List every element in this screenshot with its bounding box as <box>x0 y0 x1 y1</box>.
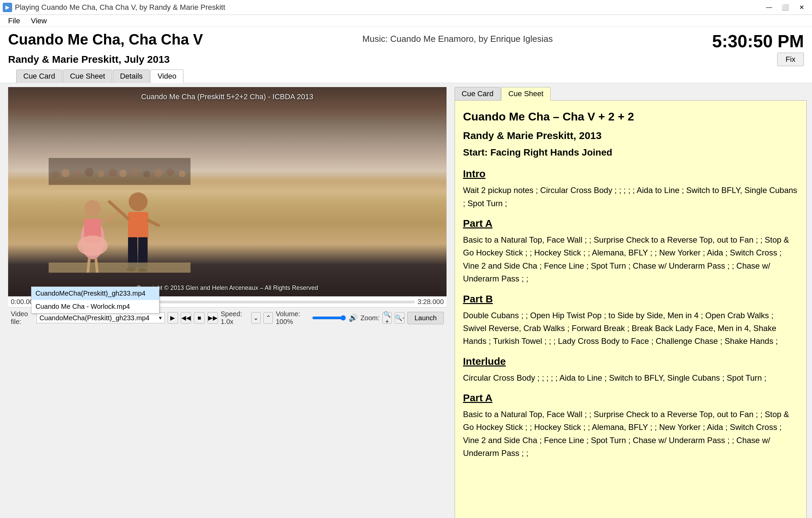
video-title-overlay: Cuando Me Cha (Preskitt 5+2+2 Cha) - ICB… <box>141 92 313 101</box>
right-panel: Cue Card Cue Sheet Cuando Me Cha – Cha V… <box>452 83 812 518</box>
speed-down-button[interactable]: ⌄ <box>251 312 261 324</box>
right-tab-cue-card[interactable]: Cue Card <box>455 87 501 100</box>
main-content: Cuando Me Cha (Preskitt 5+2+2 Cha) - ICB… <box>0 83 812 518</box>
svg-point-1 <box>52 171 59 178</box>
play-button[interactable]: ▶ <box>168 312 178 324</box>
cue-section-intro-title: Intro <box>463 166 798 182</box>
svg-point-15 <box>77 236 108 256</box>
window-controls: — ⬜ ✕ <box>761 2 809 13</box>
svg-point-12 <box>179 170 185 177</box>
menu-bar: File View <box>0 15 812 27</box>
cue-section-parta-title: Part A <box>463 215 798 231</box>
video-file-dropdown: CuandoMeCha(Preskitt)_gh233.mp4 Cuando M… <box>31 287 159 313</box>
tab-details[interactable]: Details <box>113 70 150 83</box>
cue-choreographer: Randy & Marie Preskitt, 2013 <box>463 128 798 144</box>
zoom-label: Zoom: <box>360 314 380 322</box>
music-info: Music: Cuando Me Enamoro, by Enrique Igl… <box>362 34 553 44</box>
dancer-scene <box>49 158 191 273</box>
cue-section-intro-moves: Wait 2 pickup notes ; Circular Cross Bod… <box>463 184 798 210</box>
tab-bar: Cue Card Cue Sheet Details Video <box>8 67 804 83</box>
cue-title: Cuando Me Cha – Cha V + 2 + 2 <box>463 107 798 126</box>
title-bar: ▶ Playing Cuando Me Cha, Cha Cha V, by R… <box>0 0 812 15</box>
zoom-out-button[interactable]: 🔍- <box>395 312 405 324</box>
volume-icon[interactable]: 🔊 <box>349 313 358 322</box>
svg-point-5 <box>98 170 104 177</box>
stop-button[interactable]: ■ <box>194 312 204 324</box>
dance-title: Cuando Me Cha, Cha Cha V <box>8 31 203 48</box>
svg-point-6 <box>109 169 117 177</box>
time-display: 5:30:50 PM <box>712 31 804 51</box>
video-container[interactable]: Cuando Me Cha (Preskitt 5+2+2 Cha) - ICB… <box>8 87 447 296</box>
tab-cue-card[interactable]: Cue Card <box>16 70 62 83</box>
dropdown-item-0[interactable]: CuandoMeCha(Preskitt)_gh233.mp4 <box>31 287 159 300</box>
svg-rect-30 <box>49 263 191 273</box>
tab-video[interactable]: Video <box>150 70 183 83</box>
svg-point-25 <box>129 192 148 211</box>
maximize-button[interactable]: ⬜ <box>778 2 793 13</box>
volume-slider[interactable] <box>312 317 346 319</box>
menu-view[interactable]: View <box>25 15 52 27</box>
svg-point-4 <box>85 168 94 176</box>
app-header: Cuando Me Cha, Cha Cha V Music: Cuando M… <box>0 27 812 83</box>
fix-button[interactable]: Fix <box>777 53 804 66</box>
svg-point-11 <box>167 168 174 176</box>
cue-section-parta-moves: Basic to a Natural Top, Face Wall ; ; Su… <box>463 234 798 285</box>
svg-point-9 <box>143 171 150 178</box>
dropdown-item-1[interactable]: Cuando Me Cha - Worlock.mp4 <box>31 300 159 313</box>
cue-start: Start: Facing Right Hands Joined <box>463 145 798 160</box>
speed-up-button[interactable]: ⌃ <box>263 312 273 324</box>
cue-section-partb-moves: Double Cubans ; ; Open Hip Twist Pop ; t… <box>463 309 798 348</box>
app-icon: ▶ <box>3 3 12 12</box>
speed-label: Speed: 1.0x <box>221 310 249 326</box>
svg-point-2 <box>61 169 70 177</box>
launch-button[interactable]: Launch <box>407 312 444 324</box>
svg-rect-22 <box>128 212 148 239</box>
right-tab-bar: Cue Card Cue Sheet <box>455 83 807 100</box>
dance-floor: Cuando Me Cha (Preskitt 5+2+2 Cha) - ICB… <box>8 87 447 296</box>
choreographer: Randy & Marie Preskitt, July 2013 <box>8 54 170 65</box>
zoom-in-button[interactable]: 🔍+ <box>382 312 392 324</box>
minimize-button[interactable]: — <box>761 2 777 13</box>
cue-section-parta2-moves: Basic to a Natural Top, Face Wall ; ; Su… <box>463 408 798 460</box>
cue-section-interlude-moves: Circular Cross Body ; ; ; ; ; Aida to Li… <box>463 372 798 384</box>
svg-point-8 <box>130 168 139 177</box>
video-copyright: Copyright © 2013 Glen and Helen Arceneau… <box>136 284 318 292</box>
svg-point-16 <box>84 200 101 217</box>
svg-point-10 <box>154 169 162 177</box>
cue-sheet-content: Cuando Me Cha – Cha V + 2 + 2 Randy & Ma… <box>455 100 807 518</box>
cue-section-partb-title: Part B <box>463 291 798 307</box>
right-tab-cue-sheet[interactable]: Cue Sheet <box>501 87 551 101</box>
video-file-select[interactable]: CuandoMeCha(Preskitt)_gh233.mp4 Cuando M… <box>36 312 165 323</box>
svg-line-17 <box>101 212 120 224</box>
svg-point-7 <box>119 170 127 177</box>
cue-section-interlude-title: Interlude <box>463 353 798 370</box>
time-right: 3:28.000 <box>417 298 444 306</box>
volume-label: Volume: 100% <box>276 310 309 326</box>
svg-point-3 <box>74 170 81 178</box>
rewind-button[interactable]: ◀◀ <box>181 312 191 324</box>
tab-cue-sheet[interactable]: Cue Sheet <box>63 70 112 83</box>
window-title: Playing Cuando Me Cha, Cha Cha V, by Ran… <box>15 3 761 12</box>
close-button[interactable]: ✕ <box>794 2 809 13</box>
cue-section-parta2-title: Part A <box>463 390 798 406</box>
fastforward-button[interactable]: ▶▶ <box>207 312 218 324</box>
svg-line-27 <box>148 220 158 225</box>
controls-bar: Video file: CuandoMeCha(Preskitt)_gh233.… <box>8 307 447 328</box>
left-panel: Cuando Me Cha (Preskitt 5+2+2 Cha) - ICB… <box>0 83 452 518</box>
video-file-selector-wrapper: CuandoMeCha(Preskitt)_gh233.mp4 Cuando M… <box>36 312 165 323</box>
menu-file[interactable]: File <box>3 15 25 27</box>
video-file-label: Video file: <box>11 310 34 326</box>
